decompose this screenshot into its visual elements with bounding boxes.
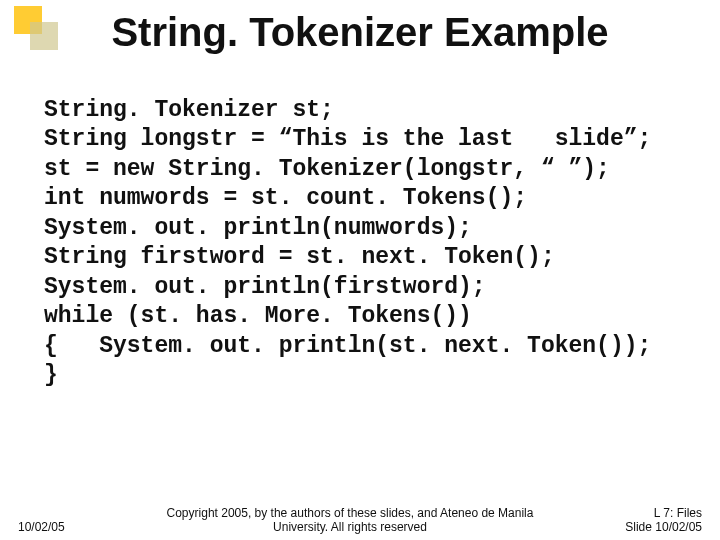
footer: 10/02/05 Copyright 2005, by the authors … (0, 506, 720, 534)
slide-title: String. Tokenizer Example (0, 10, 720, 55)
footer-date: 10/02/05 (0, 520, 138, 534)
footer-topic: L 7: Files (562, 506, 702, 520)
footer-slide-number: Slide 10/02/05 (562, 520, 702, 534)
footer-slide-info: L 7: Files Slide 10/02/05 (562, 506, 720, 534)
footer-copyright: Copyright 2005, by the authors of these … (138, 506, 562, 534)
code-block: String. Tokenizer st; String longstr = “… (44, 96, 690, 390)
